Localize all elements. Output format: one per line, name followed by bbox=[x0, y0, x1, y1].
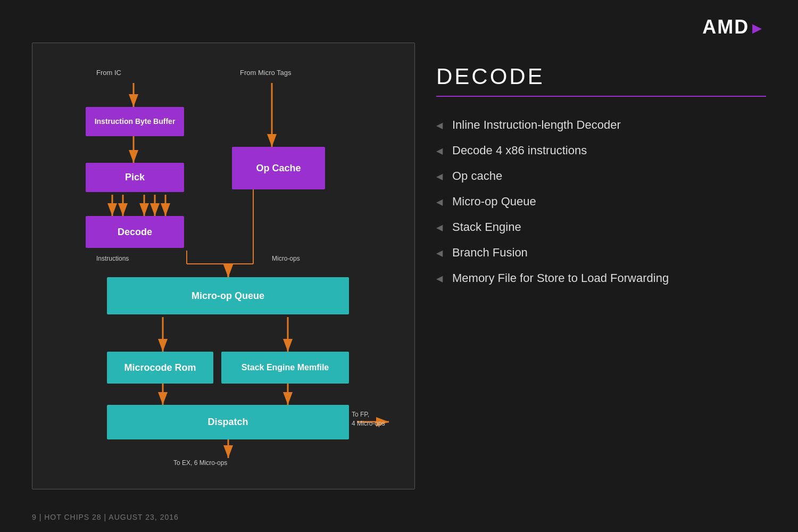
label-instructions: Instructions bbox=[96, 255, 129, 262]
bullet-text-5: Stack Engine bbox=[452, 220, 521, 234]
bullet-list: ◀ Inline Instruction-length Decoder ◀ De… bbox=[436, 118, 766, 285]
footer-separator-2: | bbox=[104, 513, 109, 521]
bullet-icon-3: ◀ bbox=[436, 171, 443, 181]
bullet-text-1: Inline Instruction-length Decoder bbox=[452, 118, 621, 132]
bullet-text-7: Memory File for Store to Load Forwarding bbox=[452, 271, 669, 285]
bullet-item-6: ◀ Branch Fusion bbox=[436, 246, 766, 260]
bullet-item-1: ◀ Inline Instruction-length Decoder bbox=[436, 118, 766, 132]
footer: 9 | HOT CHIPS 28 | AUGUST 23, 2016 bbox=[32, 513, 179, 521]
footer-date: AUGUST 23, 2016 bbox=[109, 513, 178, 521]
bullet-text-6: Branch Fusion bbox=[452, 246, 528, 260]
amd-logo-text: AMD► bbox=[702, 16, 766, 38]
bullet-item-7: ◀ Memory File for Store to Load Forwardi… bbox=[436, 271, 766, 285]
bullet-icon-2: ◀ bbox=[436, 146, 443, 156]
title-divider bbox=[436, 96, 766, 97]
op-cache-box: Op Cache bbox=[232, 147, 325, 189]
bullet-text-3: Op cache bbox=[452, 169, 502, 183]
amd-logo: AMD► bbox=[702, 16, 766, 38]
decode-box: Decode bbox=[86, 216, 184, 248]
bullet-icon-1: ◀ bbox=[436, 120, 443, 130]
footer-page: 9 bbox=[32, 513, 37, 521]
bullet-text-4: Micro-op Queue bbox=[452, 195, 536, 209]
diagram-container: From IC From Micro Tags Instruction Byte… bbox=[32, 43, 415, 489]
label-from-ic: From IC bbox=[96, 69, 121, 77]
instruction-byte-buffer-box: Instruction Byte Buffer bbox=[86, 107, 184, 136]
bullet-item-4: ◀ Micro-op Queue bbox=[436, 195, 766, 209]
diagram-inner: From IC From Micro Tags Instruction Byte… bbox=[43, 54, 404, 478]
label-micro-ops: Micro-ops bbox=[272, 255, 300, 262]
micro-op-queue-box: Micro-op Queue bbox=[107, 277, 349, 314]
stack-engine-memfile-box: Stack Engine Memfile bbox=[221, 352, 349, 384]
bullet-text-2: Decode 4 x86 instructions bbox=[452, 144, 587, 157]
footer-conference: HOT CHIPS 28 bbox=[44, 513, 101, 521]
bullet-item-2: ◀ Decode 4 x86 instructions bbox=[436, 144, 766, 157]
right-panel: DECODE ◀ Inline Instruction-length Decod… bbox=[436, 64, 766, 297]
label-to-fp: To FP, 4 Micro-ops bbox=[352, 410, 385, 428]
bullet-item-3: ◀ Op cache bbox=[436, 169, 766, 183]
bullet-icon-6: ◀ bbox=[436, 248, 443, 258]
bullet-item-5: ◀ Stack Engine bbox=[436, 220, 766, 234]
footer-separator-1: | bbox=[39, 513, 45, 521]
decode-title: DECODE bbox=[436, 64, 766, 89]
microcode-rom-box: Microcode Rom bbox=[107, 352, 213, 384]
bullet-icon-4: ◀ bbox=[436, 197, 443, 207]
bullet-icon-5: ◀ bbox=[436, 222, 443, 232]
label-to-ex: To EX, 6 Micro-ops bbox=[173, 459, 227, 467]
bullet-icon-7: ◀ bbox=[436, 273, 443, 284]
pick-box: Pick bbox=[86, 163, 184, 192]
label-from-micro-tags: From Micro Tags bbox=[240, 69, 292, 77]
dispatch-box: Dispatch bbox=[107, 405, 349, 439]
